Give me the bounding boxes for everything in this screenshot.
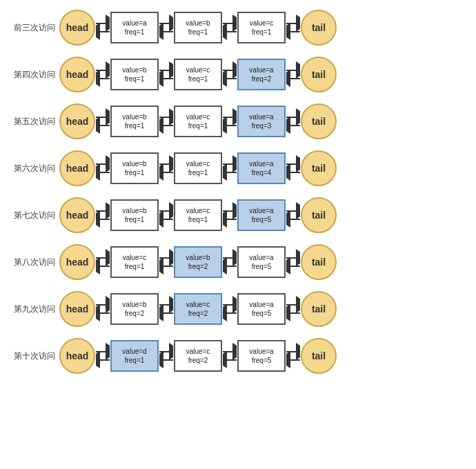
arrow-connector (95, 152, 110, 184)
arrow-connector (286, 12, 301, 43)
tail-circle-2: tail (301, 103, 337, 139)
row-0: 前三次访问head value=a freq=1 (6, 4, 470, 51)
arrow-connector (286, 340, 301, 372)
row-label-5: 第八次访问 (6, 257, 59, 268)
arrow-connector (95, 106, 110, 137)
arrow-connector (159, 199, 174, 231)
node-6-1: value=c freq=2 (174, 293, 222, 325)
node-4-0: value=b freq=1 (110, 199, 159, 231)
node-7-0: value=d freq=1 (110, 340, 159, 372)
arrow-connector (222, 340, 237, 372)
tail-circle-5: tail (301, 244, 337, 280)
head-circle-5: head (59, 244, 95, 280)
head-circle-4: head (59, 197, 95, 233)
node-2-1: value=c freq=1 (174, 106, 222, 137)
tail-circle-1: tail (301, 57, 337, 92)
arrow-connector (95, 199, 110, 231)
node-6-2: value=a freq=5 (237, 293, 286, 325)
node-5-1: value=b freq=2 (174, 246, 222, 278)
node-3-0: value=b freq=1 (110, 152, 159, 184)
node-2-2: value=a freq=3 (237, 106, 286, 137)
arrow-connector (159, 12, 174, 43)
row-label-6: 第九次访问 (6, 303, 59, 315)
node-7-2: value=a freq=5 (237, 340, 286, 372)
arrow-connector (159, 340, 174, 372)
arrow-connector (222, 293, 237, 325)
arrow-connector (159, 246, 174, 278)
arrow-connector (222, 152, 237, 184)
row-label-2: 第五次访问 (6, 116, 59, 128)
arrow-connector (159, 59, 174, 90)
row-5: 第八次访问head value=c freq=1 (6, 239, 470, 286)
node-0-2: value=c freq=1 (237, 12, 286, 43)
node-5-0: value=c freq=1 (110, 246, 159, 278)
arrow-connector (286, 246, 301, 278)
row-2: 第五次访问head value=b freq=1 (6, 98, 470, 145)
arrow-connector (222, 199, 237, 231)
tail-circle-3: tail (301, 150, 337, 186)
arrow-connector (159, 293, 174, 325)
node-6-0: value=b freq=2 (110, 293, 159, 325)
node-4-2: value=a freq=5 (237, 199, 286, 231)
arrow-connector (286, 152, 301, 184)
arrow-connector (222, 12, 237, 43)
arrow-connector (286, 199, 301, 231)
arrow-connector (95, 340, 110, 372)
tail-circle-7: tail (301, 338, 337, 374)
arrow-connector (95, 293, 110, 325)
node-1-0: value=b freq=1 (110, 59, 159, 90)
arrow-connector (95, 12, 110, 43)
node-7-1: value=c freq=2 (174, 340, 222, 372)
node-3-2: value=a freq=4 (237, 152, 286, 184)
arrow-connector (286, 106, 301, 137)
node-5-2: value=a freq=5 (237, 246, 286, 278)
head-circle-7: head (59, 338, 95, 374)
arrow-connector (222, 246, 237, 278)
head-circle-0: head (59, 10, 95, 46)
row-6: 第九次访问head value=b freq=2 (6, 286, 470, 332)
arrow-connector (95, 59, 110, 90)
row-4: 第七次访问head value=b freq=1 (6, 192, 470, 239)
node-0-0: value=a freq=1 (110, 12, 159, 43)
node-2-0: value=b freq=1 (110, 106, 159, 137)
head-circle-2: head (59, 103, 95, 139)
tail-circle-6: tail (301, 291, 337, 327)
row-3: 第六次访问head value=b freq=1 (6, 145, 470, 192)
tail-circle-4: tail (301, 197, 337, 233)
row-1: 第四次访问head value=b freq=1 (6, 51, 470, 98)
node-0-1: value=b freq=1 (174, 12, 222, 43)
node-1-1: value=c freq=1 (174, 59, 222, 90)
head-circle-1: head (59, 57, 95, 92)
arrow-connector (159, 152, 174, 184)
arrow-connector (222, 59, 237, 90)
node-1-2: value=a freq=2 (237, 59, 286, 90)
arrow-connector (222, 106, 237, 137)
node-4-1: value=c freq=1 (174, 199, 222, 231)
row-label-0: 前三次访问 (6, 22, 59, 34)
row-label-3: 第六次访问 (6, 163, 59, 174)
row-7: 第十次访问head value=d freq=1 (6, 332, 470, 379)
tail-circle-0: tail (301, 10, 337, 46)
head-circle-6: head (59, 291, 95, 327)
row-label-7: 第十次访问 (6, 350, 59, 362)
arrow-connector (286, 293, 301, 325)
arrow-connector (286, 59, 301, 90)
node-3-1: value=c freq=1 (174, 152, 222, 184)
head-circle-3: head (59, 150, 95, 186)
diagram-container: 前三次访问head value=a freq=1 (0, 0, 476, 383)
arrow-connector (95, 246, 110, 278)
arrow-connector (159, 106, 174, 137)
row-label-4: 第七次访问 (6, 210, 59, 221)
row-label-1: 第四次访问 (6, 69, 59, 81)
